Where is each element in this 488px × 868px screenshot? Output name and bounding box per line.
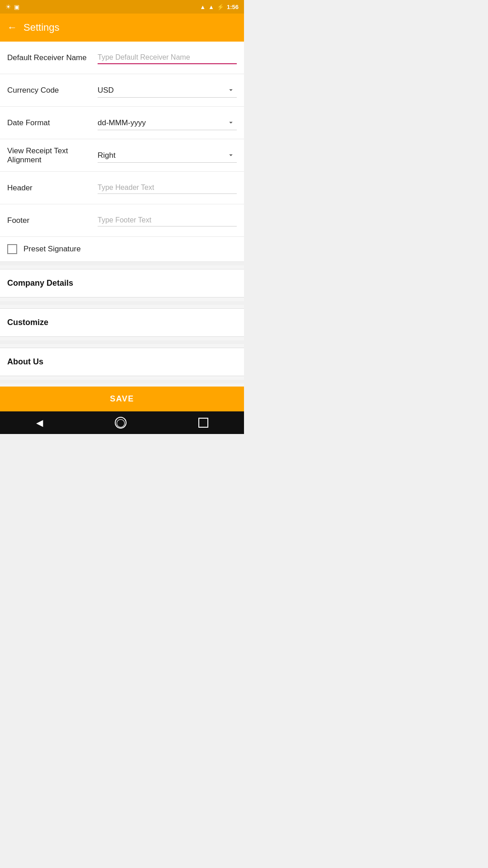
save-button-label: SAVE [110, 394, 134, 404]
wifi-icon: ▲ [200, 4, 206, 10]
separator-4 [0, 380, 244, 383]
nav-bar: ◀ ◯ [0, 411, 244, 434]
status-bar: ☀ ▣ ▲ ▲ ⚡ 1:56 [0, 0, 244, 14]
date-format-select[interactable]: dd-MMM-yyyy MM/dd/yyyy dd/MM/yyyy yyyy-M… [98, 116, 237, 130]
back-arrow-icon[interactable]: ← [7, 22, 17, 33]
footer-input[interactable] [98, 214, 237, 226]
clock: 1:56 [227, 4, 239, 10]
battery-icon: ⚡ [217, 4, 224, 10]
footer-label: Footer [7, 216, 98, 225]
header-row: Header [0, 172, 244, 204]
default-receiver-name-input[interactable] [98, 52, 237, 64]
customize-section[interactable]: Customize [0, 308, 244, 337]
status-left: ☀ ▣ [5, 3, 19, 10]
save-bar[interactable]: SAVE [0, 387, 244, 411]
nav-square-icon[interactable] [198, 418, 208, 428]
customize-label: Customize [7, 318, 48, 327]
separator-2 [0, 301, 244, 305]
preset-signature-checkbox[interactable] [7, 244, 17, 254]
text-alignment-row: View Receipt Text Alignment Right Left C… [0, 139, 244, 172]
footer-row: Footer [0, 204, 244, 237]
preset-signature-label: Preset Signature [23, 245, 81, 254]
preset-signature-row: Preset Signature [0, 237, 244, 262]
sun-icon: ☀ [5, 3, 11, 10]
about-us-section[interactable]: About Us [0, 348, 244, 376]
header-input[interactable] [98, 182, 237, 194]
currency-code-row: Currency Code USD EUR GBP JPY CAD [0, 74, 244, 107]
page-title: Settings [23, 22, 60, 33]
default-receiver-name-row: Default Receiver Name [0, 42, 244, 74]
company-details-label: Company Details [7, 278, 73, 288]
text-alignment-select[interactable]: Right Left Center [98, 148, 237, 163]
currency-code-label: Currency Code [7, 86, 98, 95]
settings-content: Default Receiver Name Currency Code USD … [0, 42, 244, 387]
separator-3 [0, 340, 244, 344]
date-format-row: Date Format dd-MMM-yyyy MM/dd/yyyy dd/MM… [0, 107, 244, 139]
signal-icon: ▲ [208, 4, 214, 10]
date-format-label: Date Format [7, 118, 98, 127]
nav-home-icon[interactable]: ◯ [115, 417, 127, 429]
top-bar: ← Settings [0, 14, 244, 42]
status-right: ▲ ▲ ⚡ 1:56 [200, 4, 239, 10]
company-details-section[interactable]: Company Details [0, 269, 244, 297]
sim-icon: ▣ [14, 4, 19, 10]
about-us-label: About Us [7, 357, 43, 366]
text-alignment-label: View Receipt Text Alignment [7, 146, 98, 165]
currency-code-select[interactable]: USD EUR GBP JPY CAD [98, 83, 237, 98]
header-label: Header [7, 184, 98, 193]
separator-1 [0, 262, 244, 265]
default-receiver-name-label: Default Receiver Name [7, 53, 98, 62]
nav-back-icon[interactable]: ◀ [36, 417, 43, 428]
